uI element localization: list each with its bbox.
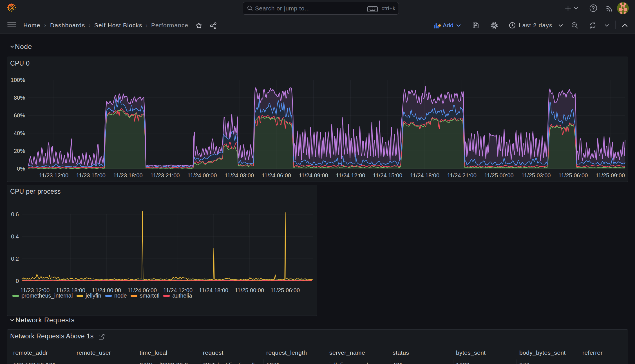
svg-text:11/25 09:00: 11/25 09:00 xyxy=(596,172,625,178)
svg-text:11/25 06:00: 11/25 06:00 xyxy=(270,287,300,293)
svg-text:0.4: 0.4 xyxy=(11,233,19,240)
svg-text:11/23 15:00: 11/23 15:00 xyxy=(76,172,106,178)
svg-text:20%: 20% xyxy=(14,148,25,154)
svg-text:0%: 0% xyxy=(17,166,25,172)
svg-text:11/25 00:00: 11/25 00:00 xyxy=(235,287,264,293)
svg-text:60%: 60% xyxy=(14,112,25,119)
svg-text:11/25 06:00: 11/25 06:00 xyxy=(558,172,588,178)
svg-text:11/24 03:00: 11/24 03:00 xyxy=(225,172,254,178)
svg-text:11/24 09:00: 11/24 09:00 xyxy=(299,172,328,178)
svg-text:11/24 21:00: 11/24 21:00 xyxy=(447,172,477,178)
svg-text:11/24 06:00: 11/24 06:00 xyxy=(262,172,291,178)
svg-text:11/24 18:00: 11/24 18:00 xyxy=(410,172,439,178)
svg-text:0: 0 xyxy=(16,278,19,284)
svg-text:11/24 18:00: 11/24 18:00 xyxy=(199,287,228,293)
svg-text:11/25 03:00: 11/25 03:00 xyxy=(521,172,551,178)
svg-text:11/23 21:00: 11/23 21:00 xyxy=(150,172,180,178)
svg-text:0.2: 0.2 xyxy=(11,256,19,262)
svg-text:11/24 12:00: 11/24 12:00 xyxy=(336,172,365,178)
svg-text:11/24 00:00: 11/24 00:00 xyxy=(187,172,217,178)
svg-text:11/23 18:00: 11/23 18:00 xyxy=(113,172,143,178)
svg-text:100%: 100% xyxy=(11,77,25,83)
svg-text:11/24 15:00: 11/24 15:00 xyxy=(373,172,402,178)
svg-text:11/23 12:00: 11/23 12:00 xyxy=(39,172,68,178)
svg-text:11/25 00:00: 11/25 00:00 xyxy=(484,172,514,178)
svg-text:40%: 40% xyxy=(14,130,25,136)
svg-text:80%: 80% xyxy=(14,95,25,101)
svg-text:0.6: 0.6 xyxy=(11,211,19,217)
